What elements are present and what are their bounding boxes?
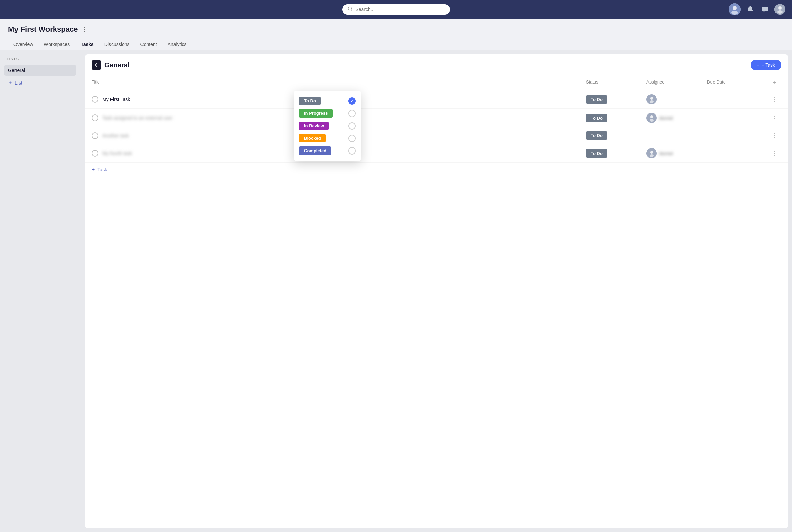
task-checkbox-3[interactable] xyxy=(92,132,98,139)
radio-inprogress[interactable] xyxy=(348,110,356,117)
add-list-label: List xyxy=(15,80,22,86)
workspace-title-row: My First Workspace ⋮ xyxy=(8,25,784,34)
tab-overview[interactable]: Overview xyxy=(8,39,38,51)
add-task-row-plus-icon: + xyxy=(92,167,95,173)
main-content: General + + Task Title Status Assignee D… xyxy=(85,54,788,528)
tab-workspaces[interactable]: Workspaces xyxy=(38,39,75,51)
search-bar[interactable] xyxy=(342,4,450,15)
tab-content[interactable]: Content xyxy=(135,39,162,51)
workspace-title: My First Workspace xyxy=(8,25,78,34)
dropdown-status-completed[interactable]: Completed xyxy=(299,147,331,155)
dropdown-status-todo[interactable]: To Do xyxy=(299,97,321,105)
col-assignee: Assignee xyxy=(646,79,707,87)
svg-point-11 xyxy=(649,100,653,103)
back-icon[interactable] xyxy=(92,60,101,70)
dropdown-status-inprogress[interactable]: In Progress xyxy=(299,109,333,117)
add-list-plus-icon: ＋ xyxy=(8,80,13,86)
col-status: Status xyxy=(586,79,646,87)
task-status-cell-2[interactable]: To Do xyxy=(586,114,646,122)
sidebar-item-dots-icon[interactable]: ⋮ xyxy=(68,68,72,73)
add-task-row[interactable]: + Task xyxy=(85,163,788,177)
row-menu-1[interactable]: ⋮ xyxy=(768,96,781,103)
assignee-cell-2: blurred xyxy=(646,113,707,123)
task-name-4: My fourth task xyxy=(103,151,132,156)
table-header: Title Status Assignee Due Date + xyxy=(85,76,788,90)
task-status-cell-4[interactable]: To Do xyxy=(586,149,646,157)
task-name-3: Another task xyxy=(103,133,129,138)
notifications-icon[interactable] xyxy=(745,4,756,15)
svg-rect-5 xyxy=(762,7,768,11)
general-header: General + + Task xyxy=(85,54,788,76)
svg-point-7 xyxy=(778,6,781,10)
current-user-avatar[interactable] xyxy=(774,4,785,15)
dropdown-item-inprogress[interactable]: In Progress xyxy=(298,107,357,119)
status-badge-3[interactable]: To Do xyxy=(586,131,607,140)
sidebar-item-general-label: General xyxy=(8,68,68,73)
task-checkbox-1[interactable] xyxy=(92,96,98,103)
table-row: My First Task To Do ⋮ xyxy=(85,90,788,109)
nav-right xyxy=(729,3,785,16)
svg-point-10 xyxy=(650,97,653,100)
workspace-header: My First Workspace ⋮ Overview Workspaces… xyxy=(0,19,792,50)
add-list-button[interactable]: ＋ List xyxy=(4,77,76,89)
assignee-avatar-2 xyxy=(646,113,657,123)
svg-point-16 xyxy=(650,151,653,154)
top-nav xyxy=(0,0,792,19)
col-title: Title xyxy=(92,79,586,87)
svg-point-17 xyxy=(649,154,653,157)
svg-point-14 xyxy=(649,119,653,121)
add-task-plus-icon: + xyxy=(757,62,759,68)
tabs-row: Overview Workspaces Tasks Discussions Co… xyxy=(8,39,784,50)
dropdown-item-completed[interactable]: Completed xyxy=(298,145,357,157)
task-status-cell-3[interactable]: To Do xyxy=(586,131,646,140)
dropdown-item-inreview[interactable]: In Review xyxy=(298,119,357,132)
svg-point-4 xyxy=(731,11,738,15)
dropdown-status-inreview[interactable]: In Review xyxy=(299,121,329,130)
user-avatar-main[interactable] xyxy=(729,3,741,16)
task-name-1: My First Task xyxy=(103,97,130,102)
radio-todo[interactable]: ✓ xyxy=(348,97,356,105)
add-task-button[interactable]: + + Task xyxy=(751,60,781,70)
svg-point-13 xyxy=(650,115,653,118)
task-name-2: Task assigned to an external user xyxy=(103,115,173,120)
row-menu-2[interactable]: ⋮ xyxy=(768,115,781,121)
dropdown-item-todo[interactable]: To Do ✓ xyxy=(298,95,357,107)
dropdown-item-blocked[interactable]: Blocked xyxy=(298,132,357,145)
assignee-avatar-1 xyxy=(646,94,657,104)
workspace-menu-icon[interactable]: ⋮ xyxy=(81,25,87,33)
search-icon xyxy=(348,6,353,13)
tab-discussions[interactable]: Discussions xyxy=(99,39,135,51)
assignee-avatar-4 xyxy=(646,148,657,158)
radio-blocked[interactable] xyxy=(348,135,356,142)
status-badge-4[interactable]: To Do xyxy=(586,149,607,157)
add-task-label: + Task xyxy=(761,62,775,68)
svg-point-8 xyxy=(777,11,782,14)
radio-inreview[interactable] xyxy=(348,122,356,130)
table-row: Task assigned to an external user To Do … xyxy=(85,109,788,127)
radio-completed[interactable] xyxy=(348,147,356,155)
table-row: Another task To Do ⋮ xyxy=(85,127,788,144)
chat-icon[interactable] xyxy=(760,4,770,15)
table-row: My fourth task To Do blurred xyxy=(85,144,788,163)
row-menu-4[interactable]: ⋮ xyxy=(768,150,781,156)
general-title: General xyxy=(105,61,129,69)
task-status-cell-1[interactable]: To Do xyxy=(586,95,646,104)
tab-tasks[interactable]: Tasks xyxy=(75,39,99,51)
task-checkbox-2[interactable] xyxy=(92,114,98,121)
col-add[interactable]: + xyxy=(768,79,781,87)
add-task-row-label: Task xyxy=(97,167,107,172)
sidebar-item-general[interactable]: General ⋮ xyxy=(4,65,76,76)
assignee-name-4: blurred xyxy=(659,151,673,156)
status-badge-2[interactable]: To Do xyxy=(586,114,607,122)
status-badge-1[interactable]: To Do xyxy=(586,95,607,104)
search-input[interactable] xyxy=(356,7,445,12)
tab-analytics[interactable]: Analytics xyxy=(162,39,192,51)
row-menu-3[interactable]: ⋮ xyxy=(768,132,781,139)
dropdown-status-blocked[interactable]: Blocked xyxy=(299,134,326,142)
content-area: LISTS General ⋮ ＋ List Gene xyxy=(0,50,792,532)
sidebar: LISTS General ⋮ ＋ List xyxy=(0,50,81,532)
task-checkbox-4[interactable] xyxy=(92,150,98,156)
main-layout: My First Workspace ⋮ Overview Workspaces… xyxy=(0,19,792,532)
assignee-cell-4: blurred xyxy=(646,148,707,158)
status-dropdown: To Do ✓ In Progress In Review Blo xyxy=(294,91,361,161)
